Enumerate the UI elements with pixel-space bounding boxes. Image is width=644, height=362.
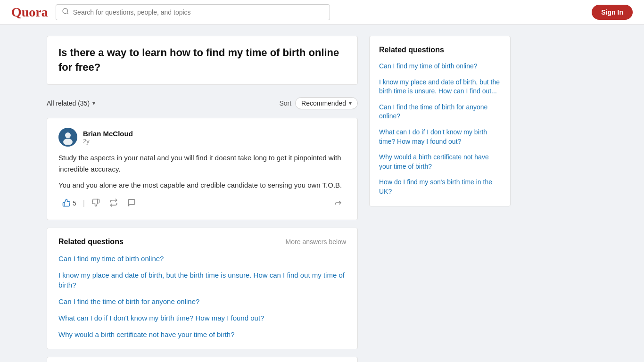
answer-actions-1: 5 | xyxy=(58,197,346,210)
more-answers-label: More answers below xyxy=(286,238,346,246)
upvote-count-1: 5 xyxy=(73,199,76,207)
downvote-button-1[interactable] xyxy=(88,197,104,210)
sidebar-link-2[interactable]: Can I find the time of birth for anyone … xyxy=(379,103,501,121)
search-bar[interactable] xyxy=(56,4,330,20)
question-card: Is there a way to learn how to find my t… xyxy=(47,36,358,85)
related-inline-link-3[interactable]: What can I do if I don't know my birth t… xyxy=(58,313,346,323)
sidebar-title: Related questions xyxy=(379,46,501,54)
quora-logo[interactable]: Quora xyxy=(11,5,48,20)
upvote-icon xyxy=(62,198,71,208)
sidebar-link-0[interactable]: Can I find my time of birth online? xyxy=(379,62,501,71)
related-inline-header: Related questions More answers below xyxy=(58,238,346,246)
svg-point-0 xyxy=(63,8,68,14)
svg-line-1 xyxy=(67,13,68,14)
sidebar-link-5[interactable]: How do I find my son's birth time in the… xyxy=(379,178,501,196)
answer-body-1b: You and you alone are the most capable a… xyxy=(58,180,346,191)
answer-card-1: Brian McCloud 2y Study the aspects in yo… xyxy=(47,118,358,220)
chevron-down-icon: ▾ xyxy=(349,100,352,107)
main-container: Is there a way to learn how to find my t… xyxy=(39,25,605,362)
content-area: Is there a way to learn how to find my t… xyxy=(47,36,358,362)
forward-button-1[interactable] xyxy=(330,197,346,210)
sidebar: Related questions Can I find my time of … xyxy=(369,36,511,362)
search-icon xyxy=(62,8,69,17)
author-info-1: Brian McCloud 2y xyxy=(83,130,133,145)
sidebar-link-3[interactable]: What can I do if I don't know my birth t… xyxy=(379,128,501,146)
related-inline-link-4[interactable]: Why would a birth certificate not have y… xyxy=(58,329,346,339)
question-title: Is there a way to learn how to find my t… xyxy=(58,46,346,75)
forward-icon xyxy=(334,198,342,208)
all-related-filter[interactable]: All related (35) ▾ xyxy=(47,99,95,107)
search-input[interactable] xyxy=(73,8,324,16)
recommended-sort-button[interactable]: Recommended ▾ xyxy=(295,97,358,109)
chevron-down-icon: ▾ xyxy=(92,100,95,107)
related-inline-link-1[interactable]: I know my place and date of birth, but t… xyxy=(58,270,346,290)
related-inline-title: Related questions xyxy=(58,238,124,246)
comment-icon xyxy=(127,198,136,208)
answer-card-2: 👩 Freelance Writer Content Marketer · Ch… xyxy=(47,357,358,362)
comment-button-1[interactable] xyxy=(124,197,140,210)
divider-1: | xyxy=(82,199,86,207)
related-inline-link-2[interactable]: Can I find the time of birth for anyone … xyxy=(58,296,346,306)
sort-area: Sort Recommended ▾ xyxy=(279,97,358,109)
downvote-icon xyxy=(91,198,100,208)
all-related-label: All related (35) xyxy=(47,99,90,107)
share-button-1[interactable] xyxy=(106,197,122,210)
answer-body-1a: Study the aspects in your natal and you … xyxy=(58,152,346,175)
svg-point-2 xyxy=(65,132,71,138)
svg-point-3 xyxy=(63,139,73,145)
author-time-1: 2y xyxy=(83,138,133,145)
author-name-1[interactable]: Brian McCloud xyxy=(83,130,133,138)
related-questions-inline: Related questions More answers below Can… xyxy=(47,228,358,349)
header: Quora Sign In xyxy=(0,0,644,25)
sidebar-link-1[interactable]: I know my place and date of birth, but t… xyxy=(379,78,501,96)
sort-label: Sort xyxy=(279,99,291,107)
upvote-button-1[interactable]: 5 xyxy=(58,197,80,210)
recommended-label: Recommended xyxy=(301,99,346,107)
filter-bar: All related (35) ▾ Sort Recommended ▾ xyxy=(47,92,358,114)
sidebar-link-4[interactable]: Why would a birth certificate not have y… xyxy=(379,153,501,171)
sign-in-button[interactable]: Sign In xyxy=(592,5,633,20)
share-icon xyxy=(109,198,118,208)
sidebar-card: Related questions Can I find my time of … xyxy=(369,36,511,206)
author-row-1: Brian McCloud 2y xyxy=(58,128,346,147)
avatar-1 xyxy=(58,128,77,147)
related-inline-link-0[interactable]: Can I find my time of birth online? xyxy=(58,254,346,263)
